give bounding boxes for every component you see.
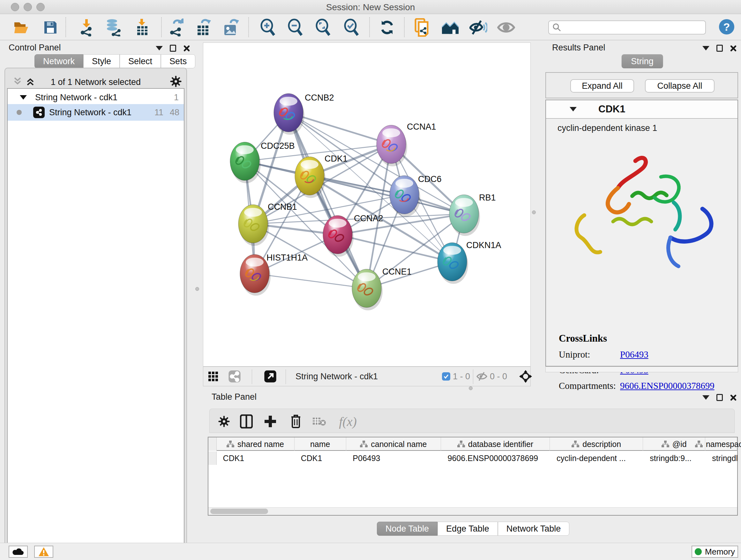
birdseye-navigator-icon[interactable] (519, 369, 533, 383)
panel-menu-icon[interactable] (702, 46, 710, 51)
network-label: String Network - cdk1 (49, 108, 131, 118)
network-node-cdc6[interactable] (390, 176, 420, 217)
zoom-out-icon[interactable] (286, 18, 305, 37)
gene-collapse-icon[interactable] (569, 107, 577, 111)
table-horizontal-scrollbar[interactable] (208, 507, 737, 515)
network-node-ccne1[interactable] (352, 269, 383, 310)
search-bar[interactable] (548, 20, 706, 35)
results-scrollbar[interactable] (545, 367, 738, 372)
panel-float-icon[interactable] (717, 45, 723, 52)
expand-all-button[interactable]: Expand All (570, 79, 634, 92)
add-column-icon[interactable] (262, 414, 278, 429)
column-header-shared-name[interactable]: shared name (217, 437, 294, 451)
gear-icon[interactable] (170, 75, 182, 87)
column-header-database-identifier[interactable]: database identifier (441, 437, 550, 451)
import-network-database-icon[interactable] (105, 18, 122, 37)
delete-table-icon[interactable] (311, 414, 327, 429)
crosslink-link[interactable]: P06493 (620, 349, 649, 360)
node-label-hist1h1a: HIST1H1A (266, 253, 308, 262)
crosslink-link[interactable]: 9606.ENSP00000378699 (620, 381, 715, 391)
panel-close-icon[interactable] (730, 394, 737, 401)
collapse-all-button[interactable]: Collapse All (645, 79, 715, 92)
network-node-ccnb1[interactable] (239, 205, 269, 246)
tab-node-table[interactable]: Node Table (377, 522, 437, 536)
grid-view-icon[interactable] (208, 371, 218, 381)
export-network-icon[interactable] (167, 18, 185, 37)
cloud-button[interactable] (9, 546, 28, 558)
clone-network-icon[interactable] (413, 18, 431, 37)
save-session-icon[interactable] (42, 18, 59, 37)
network-node-cdkn1a[interactable] (437, 243, 468, 284)
import-network-icon[interactable] (77, 18, 95, 37)
node-label-ccnb1: CCNB1 (268, 202, 297, 212)
network-canvas[interactable]: CCNB2CCNA1CDC25BCDK1CDC6RB1CCNB1CCNA2CDK… (203, 43, 531, 367)
node-label-rb1: RB1 (479, 193, 496, 202)
results-button-box: Expand All Collapse All (545, 72, 738, 98)
network-node-rb1[interactable] (449, 195, 480, 236)
network-status-dot (17, 110, 22, 115)
scrollbar-thumb[interactable] (210, 509, 268, 514)
collection-row[interactable]: String Network - cdk1 1 (8, 90, 184, 105)
panel-close-icon[interactable] (183, 45, 190, 52)
left-splitter-handle[interactable] (195, 287, 199, 291)
column-header-name[interactable]: name (294, 437, 346, 451)
refresh-icon[interactable] (378, 18, 396, 37)
right-splitter-handle[interactable] (532, 210, 536, 214)
zoom-fit-icon[interactable] (314, 18, 332, 37)
network-node-ccnb2[interactable] (274, 94, 305, 135)
network-node-cdk1[interactable] (295, 157, 326, 198)
tab-style[interactable]: Style (83, 54, 120, 68)
gene-header-row[interactable]: CDK1 (546, 100, 738, 119)
column-header-canonical-name[interactable]: canonical name (346, 437, 441, 451)
node-label-ccna2: CCNA2 (354, 213, 383, 223)
column-label: shared name (238, 440, 284, 449)
import-table-icon[interactable] (133, 18, 151, 37)
column-header-namespace[interactable]: namespace (705, 437, 737, 451)
tab-string[interactable]: String (621, 54, 663, 68)
crosslink-label: Uniprot: (559, 349, 620, 360)
network-edge-count: 48 (170, 108, 179, 118)
panel-menu-icon[interactable] (702, 395, 710, 400)
string-view-icon[interactable] (228, 370, 241, 383)
toolbar-divider (248, 17, 249, 37)
column-header-description[interactable]: description (550, 437, 643, 451)
network-edge[interactable] (338, 235, 452, 262)
detach-view-icon[interactable] (264, 370, 277, 383)
network-row[interactable]: String Network - cdk1 11 48 (8, 104, 184, 121)
zoom-selected-icon[interactable] (343, 18, 360, 37)
selected-checkbox[interactable] (442, 372, 450, 381)
function-builder-icon[interactable]: f(x) (333, 414, 362, 429)
panel-close-icon[interactable] (730, 45, 737, 52)
panel-float-icon[interactable] (717, 394, 723, 401)
control-panel-header-icons (156, 45, 190, 52)
show-graphics-details-icon[interactable] (497, 18, 515, 37)
panel-float-icon[interactable] (170, 45, 176, 52)
table-row[interactable]: CDK1CDK1P064939606.ENSP00000378699cyclin… (208, 451, 737, 465)
help-button[interactable]: ? (719, 19, 734, 35)
export-table-icon[interactable] (194, 18, 212, 37)
network-edge[interactable] (255, 273, 367, 288)
search-input[interactable] (562, 23, 699, 33)
tab-select[interactable]: Select (120, 54, 161, 68)
tab-network[interactable]: Network (35, 54, 83, 68)
delete-column-icon[interactable] (288, 414, 304, 429)
table-settings-gear-icon[interactable] (216, 414, 232, 429)
table-header-row: shared namenamecanonical namedatabase id… (208, 437, 737, 451)
network-node-ccna2[interactable] (323, 215, 354, 257)
hide-selected-icon[interactable] (469, 18, 487, 37)
bottom-splitter-handle[interactable] (469, 386, 473, 390)
warning-button[interactable] (34, 546, 53, 558)
tab-edge-table[interactable]: Edge Table (437, 522, 498, 536)
memory-button[interactable]: Memory (691, 546, 738, 558)
tab-sets[interactable]: Sets (161, 54, 195, 68)
network-node-hist1h1a[interactable] (240, 254, 271, 296)
show-columns-icon[interactable] (239, 414, 254, 429)
open-session-icon[interactable] (13, 18, 30, 37)
results-panel-header-icons (702, 45, 737, 52)
panel-menu-icon[interactable] (156, 46, 163, 51)
tab-network-table[interactable]: Network Table (498, 522, 569, 536)
first-neighbors-icon[interactable] (441, 18, 459, 37)
zoom-in-icon[interactable] (259, 18, 277, 37)
export-image-icon[interactable] (222, 18, 240, 37)
collection-expand-icon[interactable] (20, 95, 27, 100)
